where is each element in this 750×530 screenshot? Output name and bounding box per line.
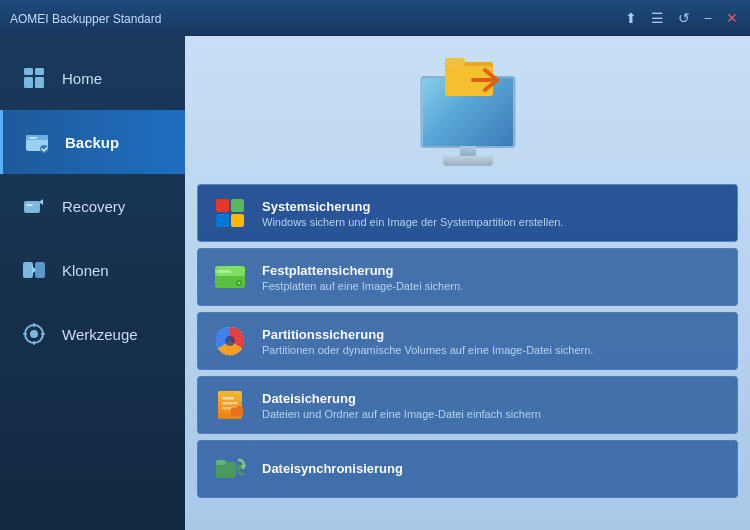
svg-rect-3 <box>35 77 44 88</box>
main-layout: Home Backup Re <box>0 36 750 530</box>
content-area: Systemsicherung Windows sichern und ein … <box>185 36 750 530</box>
partitionssicherung-desc: Partitionen oder dynamische Volumes auf … <box>262 344 593 356</box>
svg-rect-32 <box>222 407 232 410</box>
sidebar-label-werkzeuge: Werkzeuge <box>62 326 138 343</box>
svg-rect-19 <box>445 58 465 66</box>
svg-rect-2 <box>24 77 33 88</box>
svg-rect-30 <box>222 397 234 400</box>
sidebar-item-home[interactable]: Home <box>0 46 185 110</box>
dateisicherung-text: Dateisicherung Dateien und Ordner auf ei… <box>262 391 541 420</box>
minimize-button[interactable]: − <box>700 8 716 28</box>
menu-item-dateisicherung[interactable]: Dateisicherung Dateien und Ordner auf ei… <box>197 376 738 434</box>
svg-point-27 <box>225 336 235 346</box>
svg-point-25 <box>238 282 241 285</box>
werkzeuge-icon <box>20 320 48 348</box>
svg-rect-23 <box>217 270 231 273</box>
partitionssicherung-icon <box>212 323 248 359</box>
systemsicherung-text: Systemsicherung Windows sichern und ein … <box>262 199 563 228</box>
close-button[interactable]: ✕ <box>722 8 742 28</box>
svg-rect-14 <box>33 323 35 327</box>
menu-items-list: Systemsicherung Windows sichern und ein … <box>185 176 750 506</box>
klonen-icon <box>20 256 48 284</box>
svg-rect-10 <box>23 262 33 278</box>
festplattensicherung-text: Festplattensicherung Festplatten auf ein… <box>262 263 463 292</box>
window-controls: ⬆ ☰ ↺ − ✕ <box>621 0 742 36</box>
sidebar-label-backup: Backup <box>65 134 119 151</box>
monitor-base <box>443 156 493 166</box>
sidebar-item-werkzeuge[interactable]: Werkzeuge <box>0 302 185 366</box>
festplattensicherung-desc: Festplatten auf eine Image-Datei sichern… <box>262 280 463 292</box>
svg-rect-34 <box>231 404 237 408</box>
partitionssicherung-text: Partitionssicherung Partitionen oder dyn… <box>262 327 593 356</box>
systemsicherung-icon <box>212 195 248 231</box>
svg-rect-15 <box>33 341 35 345</box>
list-button[interactable]: ☰ <box>647 8 668 28</box>
sidebar-item-recovery[interactable]: Recovery <box>0 174 185 238</box>
festplattensicherung-icon <box>212 259 248 295</box>
svg-rect-11 <box>35 262 45 278</box>
dateisicherung-title: Dateisicherung <box>262 391 541 406</box>
sidebar-label-klonen: Klonen <box>62 262 109 279</box>
sidebar-label-home: Home <box>62 70 102 87</box>
dateisynchronisierung-title: Dateisynchronisierung <box>262 461 403 476</box>
hero-area <box>185 36 750 176</box>
festplattensicherung-title: Festplattensicherung <box>262 263 463 278</box>
dateisicherung-desc: Dateien und Ordner auf eine Image-Datei … <box>262 408 541 420</box>
home-icon <box>20 64 48 92</box>
titlebar: AOMEI Backupper Standard ⬆ ☰ ↺ − ✕ <box>0 0 750 36</box>
sidebar-item-klonen[interactable]: Klonen <box>0 238 185 302</box>
recovery-icon <box>20 192 48 220</box>
svg-rect-1 <box>35 68 44 75</box>
svg-rect-7 <box>29 137 37 139</box>
dateisicherung-icon <box>212 387 248 423</box>
menu-item-dateisynchronisierung[interactable]: Dateisynchronisierung <box>197 440 738 498</box>
folder-hero-icon <box>443 48 493 88</box>
menu-item-systemsicherung[interactable]: Systemsicherung Windows sichern und ein … <box>197 184 738 242</box>
sidebar-item-backup[interactable]: Backup <box>0 110 185 174</box>
backup-icon <box>23 128 51 156</box>
sidebar-label-recovery: Recovery <box>62 198 125 215</box>
svg-rect-0 <box>24 68 33 75</box>
partitionssicherung-title: Partitionssicherung <box>262 327 593 342</box>
app-edition: Standard <box>109 12 161 26</box>
svg-rect-8 <box>24 201 40 213</box>
svg-rect-9 <box>26 204 33 206</box>
svg-rect-16 <box>23 333 27 335</box>
sidebar: Home Backup Re <box>0 36 185 530</box>
dateisynchronisierung-text: Dateisynchronisierung <box>262 461 403 478</box>
app-name: AOMEI Backupper <box>10 12 109 26</box>
app-title: AOMEI Backupper Standard <box>10 11 161 26</box>
update-button[interactable]: ⬆ <box>621 8 641 28</box>
menu-item-festplattensicherung[interactable]: Festplattensicherung Festplatten auf ein… <box>197 248 738 306</box>
svg-rect-36 <box>216 460 226 465</box>
computer-illustration <box>403 46 533 166</box>
svg-point-13 <box>30 330 38 338</box>
svg-rect-17 <box>41 333 45 335</box>
menu-item-partitionssicherung[interactable]: Partitionssicherung Partitionen oder dyn… <box>197 312 738 370</box>
systemsicherung-title: Systemsicherung <box>262 199 563 214</box>
dateisynchronisierung-icon <box>212 451 248 487</box>
refresh-button[interactable]: ↺ <box>674 8 694 28</box>
systemsicherung-desc: Windows sichern und ein Image der System… <box>262 216 563 228</box>
